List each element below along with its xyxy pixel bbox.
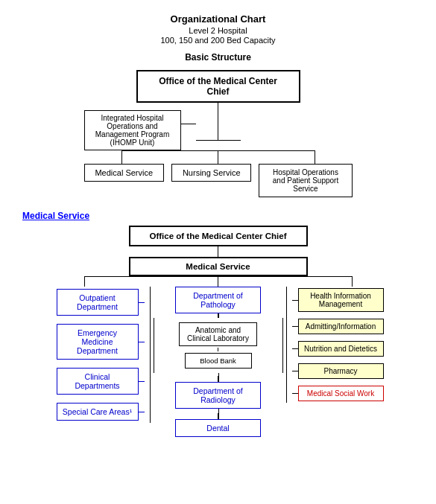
medical-service-header: Medical Service (22, 211, 421, 221)
nursing-service-basic-box: Nursing Service (171, 164, 251, 182)
outpatient-box: Outpatient Department (57, 289, 139, 316)
left-column: Outpatient Department Emergency Medicine… (21, 287, 151, 423)
nutrition-box: Nutrition and Dietetics (298, 341, 384, 357)
pharmacy-box: Pharmacy (298, 363, 384, 379)
special-care-box: Special Care Areas¹ (57, 403, 139, 421)
basic-structure-title: Basic Structure (15, 52, 421, 63)
page-subtitle: Level 2 Hospital (15, 26, 421, 35)
page-title: Organizational Chart (15, 13, 421, 25)
pathology-box: Department of Pathology (175, 287, 261, 313)
radiology-box: Department of Radiology (175, 382, 261, 409)
page-capacity: 100, 150 and 200 Bed Capacity (15, 36, 421, 45)
health-info-box: Health Information Management (298, 288, 384, 312)
medical-service-section: Medical Service Office of the Medical Ce… (15, 211, 421, 437)
medical-social-work-box: Medical Social Work (298, 386, 384, 401)
medical-org-chart: Office of the Medical Center Chief Medic… (15, 226, 421, 437)
basic-structure-chart: Office of the Medical Center Chief Integ… (15, 70, 421, 197)
ihomp-box: Integrated Hospital Operations and Manag… (84, 110, 181, 150)
emergency-box: Emergency Medicine Department (57, 324, 139, 360)
medical-service-basic-box: Medical Service (84, 164, 164, 182)
center-column: Department of Pathology Anatomic and Cli… (154, 287, 283, 437)
admitting-box: Admitting/Information (298, 319, 384, 334)
dental-box: Dental (175, 419, 261, 437)
med-service-box: Medical Service (129, 257, 308, 276)
hospital-ops-basic-box: Hospital Operations and Patient Support … (259, 164, 352, 197)
basic-level1-box: Office of the Medical Center Chief (136, 70, 300, 103)
med-level1-box: Office of the Medical Center Chief (129, 226, 308, 246)
blood-bank-box: Blood Bank (185, 353, 252, 369)
lab-box: Anatomic and Clinical Laboratory (179, 322, 257, 346)
right-column: Health Information Management Admitting/… (286, 287, 416, 403)
clinical-box: Clinical Departments (57, 368, 139, 395)
